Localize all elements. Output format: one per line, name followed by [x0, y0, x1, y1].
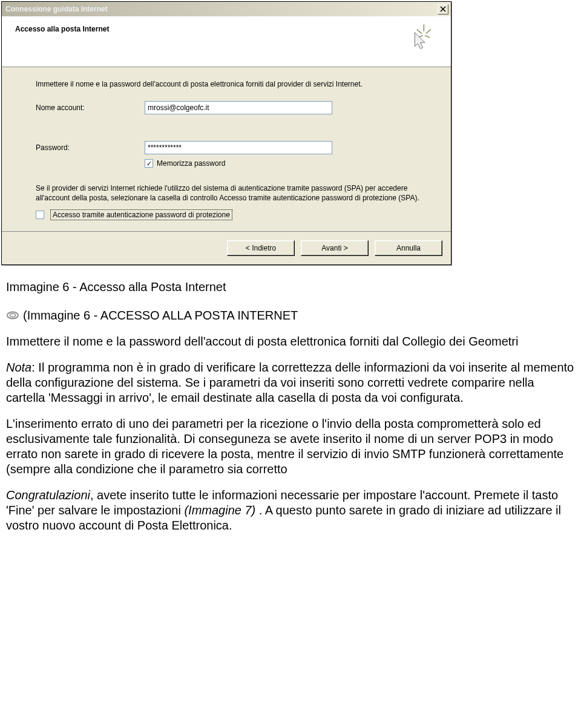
doc-subtitle: (Immagine 6 - ACCESSO ALLA POSTA INTERNE… — [23, 308, 298, 323]
password-row: Password: — [36, 141, 436, 154]
password-label: Password: — [36, 143, 145, 152]
window-title: Connessione guidata Internet — [5, 5, 108, 13]
intro-text: Immettere il nome e la password dell'acc… — [36, 79, 436, 89]
figure-caption: Immagine 6 - Accesso alla Posta Internet — [6, 280, 575, 295]
sparkle-cursor-icon — [404, 22, 434, 53]
close-icon — [440, 6, 446, 12]
password-input[interactable] — [145, 141, 332, 154]
account-label: Nome account: — [36, 103, 145, 112]
congrats-prefix: Congratulazioni — [6, 488, 90, 502]
titlebar: Connessione guidata Internet — [2, 2, 451, 16]
header-title: Accesso alla posta Internet — [15, 25, 438, 33]
spa-checkbox[interactable] — [36, 211, 44, 219]
cancel-button[interactable]: Annulla — [375, 240, 442, 256]
remember-row: ✓ Memorizza password — [145, 159, 436, 168]
doc-para-2: Nota: Il programma non è in grado di ver… — [6, 360, 575, 405]
remember-checkbox[interactable]: ✓ — [145, 159, 153, 168]
button-bar: < Indietro Avanti > Annulla — [2, 232, 451, 264]
svg-point-8 — [10, 313, 15, 317]
header: Accesso alla posta Internet — [2, 16, 451, 67]
account-row: Nome account: — [36, 101, 436, 114]
account-input[interactable] — [145, 101, 332, 114]
doc-para-1: Immettere il nome e la password dell'acc… — [6, 334, 575, 349]
doc-subtitle-row: (Immagine 6 - ACCESSO ALLA POSTA INTERNE… — [6, 308, 575, 323]
spa-label: Accesso tramite autenticazione password … — [50, 209, 232, 220]
svg-line-4 — [426, 30, 431, 34]
spa-row: Accesso tramite autenticazione password … — [36, 209, 436, 220]
doc-para-2-rest: : Il programma non è in grado di verific… — [6, 361, 574, 404]
back-button[interactable]: < Indietro — [227, 240, 295, 256]
nota-prefix: Nota — [6, 361, 31, 374]
dialog-body: Immettere il nome e la password dell'acc… — [2, 67, 451, 229]
wizard-dialog: Connessione guidata Internet Accesso all… — [1, 1, 451, 265]
svg-point-7 — [7, 312, 18, 319]
ring-icon — [6, 309, 19, 322]
doc-para-4-ref: (Immagine 7) — [184, 503, 255, 517]
remember-label: Memorizza password — [157, 159, 225, 168]
close-button[interactable] — [438, 4, 448, 15]
doc-para-4: Congratulazioni, avete inserito tutte le… — [6, 488, 575, 533]
document-body: Immagine 6 - Accesso alla Posta Internet… — [0, 265, 581, 550]
doc-para-3: L'inserimento errato di uno dei parametr… — [6, 416, 575, 477]
next-button[interactable]: Avanti > — [301, 240, 369, 256]
svg-line-6 — [425, 36, 430, 38]
svg-line-3 — [417, 30, 422, 34]
spa-text: Se il provider di servizi Internet richi… — [36, 183, 436, 203]
